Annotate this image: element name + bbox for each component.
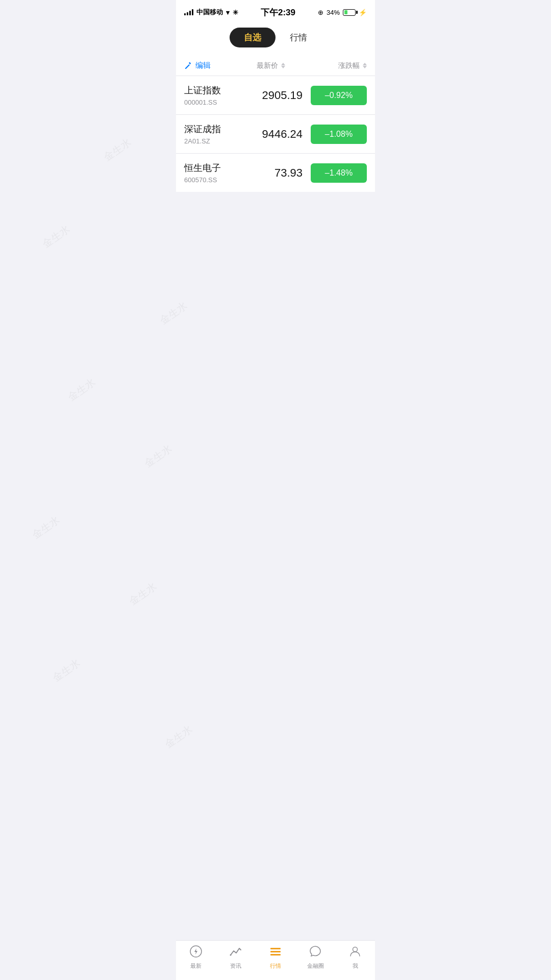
stock-price-1: 9446.24: [243, 128, 303, 141]
battery-body: [343, 9, 356, 16]
svg-rect-3: [270, 948, 281, 949]
signal-bar-3: [189, 11, 191, 15]
bottom-tab-label-zuixin: 最新: [190, 962, 202, 970]
status-time: 下午2:39: [261, 7, 295, 18]
tab-hangqing[interactable]: 行情: [276, 28, 321, 47]
table-row[interactable]: 恒生电子 600570.SS 73.93 –1.48%: [176, 154, 375, 192]
signal-bar-4: [192, 9, 193, 15]
carrier-label: 中国移动: [196, 8, 223, 17]
stock-name-0: 上证指数: [184, 84, 243, 96]
bottom-tab-hangqing[interactable]: 行情: [256, 945, 295, 970]
sort-arrow-down: [363, 66, 367, 68]
sort-arrow-up: [281, 63, 285, 65]
bottom-tab-wo[interactable]: 我: [335, 945, 375, 970]
battery-icon: [343, 9, 356, 16]
wifi-icon: ▾: [226, 9, 230, 16]
stock-code-1: 2A01.SZ: [184, 137, 243, 145]
status-right: ⊕ 34% ⚡: [318, 9, 367, 16]
bottom-tab-zixun[interactable]: 资讯: [216, 945, 256, 970]
column-headers: 编辑 最新价 涨跌幅: [176, 56, 375, 76]
top-tab-bar: 自选 行情: [176, 22, 375, 56]
charging-icon: ⚡: [359, 9, 367, 16]
chart-icon: [229, 945, 242, 960]
change-label: 涨跌幅: [338, 61, 360, 70]
edit-button[interactable]: 编辑: [184, 61, 235, 70]
svg-rect-4: [270, 951, 281, 952]
edit-icon: [184, 62, 192, 70]
sort-arrow-up: [363, 63, 367, 65]
status-left: 中国移动 ▾ ✳: [184, 8, 238, 17]
empty-area: [176, 192, 375, 940]
list-icon: [269, 945, 282, 960]
svg-rect-5: [270, 954, 281, 955]
bottom-tab-jinrongjuan[interactable]: 金融圈: [295, 945, 335, 970]
stock-info-0: 上证指数 000001.SS: [184, 84, 243, 106]
chat-icon: [309, 945, 322, 960]
change-header[interactable]: 涨跌幅: [306, 61, 367, 70]
signal-bars-icon: [184, 9, 193, 15]
stock-change-0: –0.92%: [311, 86, 367, 105]
tab-zixuan[interactable]: 自选: [230, 28, 276, 47]
stock-info-2: 恒生电子 600570.SS: [184, 162, 243, 184]
person-icon: [348, 945, 362, 960]
svg-marker-1: [194, 948, 197, 954]
bottom-tab-label-jinrongjuan: 金融圈: [307, 962, 324, 970]
stock-price-2: 73.93: [243, 166, 303, 180]
bottom-tab-label-zixun: 资讯: [230, 962, 241, 970]
svg-point-2: [230, 954, 232, 956]
stock-name-1: 深证成指: [184, 123, 243, 135]
stock-change-1: –1.08%: [311, 125, 367, 144]
change-sort-icon: [363, 63, 367, 68]
stock-change-2: –1.48%: [311, 163, 367, 183]
stock-list: 上证指数 000001.SS 2905.19 –0.92% 深证成指 2A01.…: [176, 76, 375, 192]
stock-code-0: 000001.SS: [184, 99, 243, 106]
svg-point-6: [353, 947, 358, 952]
stock-price-0: 2905.19: [243, 89, 303, 102]
stock-info-1: 深证成指 2A01.SZ: [184, 123, 243, 145]
price-label: 最新价: [257, 61, 278, 70]
table-row[interactable]: 深证成指 2A01.SZ 9446.24 –1.08%: [176, 115, 375, 154]
bottom-tab-bar: 最新 资讯 行情 金融圈: [176, 940, 375, 980]
sort-arrow-down: [281, 66, 285, 68]
signal-bar-2: [187, 12, 188, 15]
flash-icon: [189, 945, 203, 960]
price-header[interactable]: 最新价: [235, 61, 285, 70]
bottom-tab-zuixin[interactable]: 最新: [176, 945, 216, 970]
extra-icon: ✳: [233, 9, 238, 16]
stock-name-2: 恒生电子: [184, 162, 243, 174]
bottom-tab-label-hangqing: 行情: [270, 962, 281, 970]
edit-label: 编辑: [195, 61, 211, 70]
signal-bar-1: [184, 13, 186, 15]
table-row[interactable]: 上证指数 000001.SS 2905.19 –0.92%: [176, 76, 375, 115]
stock-code-2: 600570.SS: [184, 176, 243, 184]
battery-fill: [344, 10, 348, 14]
battery-percent: 34%: [327, 9, 340, 16]
status-bar: 中国移动 ▾ ✳ 下午2:39 ⊕ 34% ⚡: [176, 0, 375, 22]
price-sort-icon: [281, 63, 285, 68]
bottom-tab-label-wo: 我: [353, 962, 358, 970]
lock-icon: ⊕: [318, 9, 323, 16]
